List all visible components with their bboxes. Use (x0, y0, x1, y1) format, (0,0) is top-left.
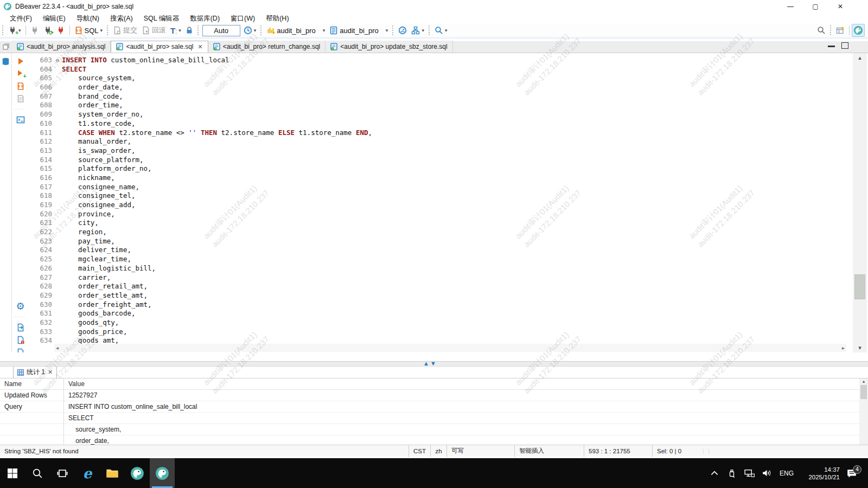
scrollbar-thumb[interactable] (860, 385, 867, 399)
scroll-up-icon[interactable]: ▴ (853, 54, 867, 61)
tab-statistics[interactable]: 统计 1 ✕ (13, 367, 57, 378)
rollback-button[interactable]: 回滚 (139, 24, 168, 37)
code-line[interactable]: 617 consignee_name, (28, 183, 852, 192)
code-line[interactable]: 609 system_order_no, (28, 110, 852, 119)
code-line[interactable]: 603⊖INSERT INTO custom_online_sale_bill_… (28, 56, 852, 65)
code-line[interactable]: 608 order_time, (28, 101, 852, 110)
status-caret-position[interactable]: 593 : 1 : 21755 (584, 445, 652, 457)
code-line[interactable]: 621 city, (28, 219, 852, 228)
code-line[interactable]: 620 province, (28, 210, 852, 219)
stats-row[interactable]: order_date, (0, 435, 868, 445)
code-line[interactable]: 618 consignee_tel, (28, 191, 852, 201)
code-line[interactable]: 606 order_date, (28, 83, 852, 92)
editor-vertical-scrollbar[interactable]: ▴ ▾ (853, 53, 867, 352)
status-locale[interactable]: zh (430, 445, 446, 457)
code-line[interactable]: 619 consignee_add, (28, 201, 852, 210)
tab-analysis-sql[interactable]: <audit_bi_pro> analysis.sql (12, 41, 111, 53)
menu-item[interactable]: 导航(N) (71, 13, 105, 24)
code-line[interactable]: 614 source_platform, (28, 156, 852, 165)
tab-close-icon[interactable]: ✕ (198, 43, 203, 50)
tray-network-icon[interactable] (741, 469, 757, 478)
action-center-icon[interactable]: 4 (841, 468, 863, 478)
open-perspective-button[interactable] (834, 24, 847, 37)
panel-sash[interactable]: ▲▼ (0, 361, 868, 367)
scroll-left-icon[interactable]: ◂ (56, 344, 59, 352)
maximize-button[interactable]: ▢ (803, 0, 828, 13)
tab-close-icon[interactable]: ✕ (48, 369, 53, 376)
start-button[interactable] (0, 458, 25, 488)
code-line[interactable]: 624 deliver_time, (28, 246, 852, 255)
code-line[interactable]: 610 t1.store_code, (28, 119, 852, 129)
tray-usb-icon[interactable] (724, 468, 740, 478)
tab-return-change-sql[interactable]: <audit_bi_pro> return_change.sql (208, 41, 326, 53)
search-button[interactable]: ▾ (432, 24, 450, 37)
internet-explorer-icon[interactable]: e (75, 458, 100, 488)
commit-mode-select[interactable]: Auto (202, 25, 240, 36)
code-line[interactable]: 626 main_logistic_bill, (28, 264, 852, 273)
execute-new-tab-icon[interactable]: + (16, 69, 25, 78)
dbeaver-perspective-button[interactable] (852, 24, 865, 37)
transaction-log-button[interactable]: T⁚ ▾ (168, 24, 183, 37)
results-scrollbar[interactable]: ▴ (859, 378, 868, 445)
code-line[interactable]: 613 is_swap_order, (28, 146, 852, 156)
disconnect-button[interactable] (54, 24, 67, 37)
tray-chevron-up-icon[interactable] (706, 471, 723, 476)
commit-button[interactable]: 提交 (111, 24, 139, 37)
execute-script-icon[interactable] (16, 82, 25, 91)
code-line[interactable]: 632 goods_qty, (28, 318, 852, 328)
restore-panel-icon[interactable] (0, 41, 12, 53)
code-line[interactable]: 629 order_settle_amt, (28, 291, 852, 300)
menu-item[interactable]: 窗口(W) (225, 13, 260, 24)
lock-button[interactable] (183, 24, 195, 37)
code-line[interactable]: 611 CASE WHEN t2.store_name <> '' THEN t… (28, 129, 852, 138)
connect-button[interactable] (28, 24, 41, 37)
scroll-down-icon[interactable]: ▾ (853, 344, 867, 351)
code-line[interactable]: 633 goods_price, (28, 328, 852, 337)
menu-item[interactable]: 数据库(D) (184, 13, 225, 24)
dbeaver-taskbar-icon-active[interactable] (150, 458, 175, 488)
menu-item[interactable]: SQL 编辑器 (138, 13, 185, 24)
code-line[interactable]: 622 region, (28, 228, 852, 237)
terminal-icon[interactable] (16, 115, 25, 124)
settings-gear-icon[interactable]: ⚙ (16, 302, 24, 311)
close-button[interactable]: ✕ (828, 0, 853, 13)
code-line[interactable]: 625 mgclear_time, (28, 255, 852, 264)
er-diagram-button[interactable]: ▾ (409, 24, 426, 37)
sql-editor-button[interactable]: SQL ▾ (72, 24, 105, 37)
menu-item[interactable]: 搜索(A) (105, 13, 138, 24)
minimize-view-icon[interactable] (828, 44, 835, 47)
code-lines[interactable]: 603⊖INSERT INTO custom_online_sale_bill_… (28, 56, 852, 344)
maximize-view-icon[interactable] (841, 42, 848, 49)
code-line[interactable]: 631 goods_barcode, (28, 309, 852, 318)
scrollbar-thumb[interactable] (854, 274, 865, 299)
code-line[interactable]: 604SELECT (28, 65, 852, 74)
schema-selector[interactable]: audit_bi_pro ▾ (327, 24, 390, 37)
code-line[interactable]: 616 nickname, (28, 174, 852, 183)
taskbar-search-icon[interactable] (25, 458, 50, 488)
tray-clock[interactable]: 14:37 2025/10/21 (799, 466, 840, 481)
code-line[interactable]: 605 source_system, (28, 74, 852, 83)
minimize-button[interactable]: — (778, 0, 803, 13)
export-result-icon[interactable] (16, 323, 25, 332)
tray-language[interactable]: ENG (776, 470, 797, 477)
execute-statement-icon[interactable] (16, 57, 25, 66)
connection-selector[interactable]: audit_bi_pro ▾ (264, 24, 327, 37)
new-connection-button[interactable]: + ▾ (6, 24, 23, 37)
code-line[interactable]: 634 goods_amt, (28, 336, 852, 344)
dashboard-button[interactable] (396, 24, 409, 37)
tab-update-sbz-store-sql[interactable]: <audit_bi_pro> update_sbz_store.sql (326, 41, 452, 53)
tab-sale-sql[interactable]: <audit_bi_pro> sale.sql ✕ (111, 41, 208, 53)
transaction-history-button[interactable]: ▾ (241, 24, 259, 37)
file-explorer-icon[interactable] (100, 458, 125, 488)
task-view-icon[interactable] (50, 458, 75, 488)
stats-row[interactable]: Updated Rows12527927 (0, 390, 868, 401)
save-file-icon[interactable] (16, 348, 25, 352)
menu-item[interactable]: 编辑(E) (37, 13, 71, 24)
scroll-right-icon[interactable]: ▸ (842, 344, 845, 352)
code-line[interactable]: 607 brand_code, (28, 92, 852, 101)
status-timezone[interactable]: CST (409, 445, 430, 457)
menu-item[interactable]: 帮助(H) (260, 13, 294, 24)
stats-row[interactable]: source_system, (0, 424, 868, 435)
code-line[interactable]: 628 order_retail_amt, (28, 282, 852, 291)
code-line[interactable]: 615 platform_order_no, (28, 164, 852, 174)
